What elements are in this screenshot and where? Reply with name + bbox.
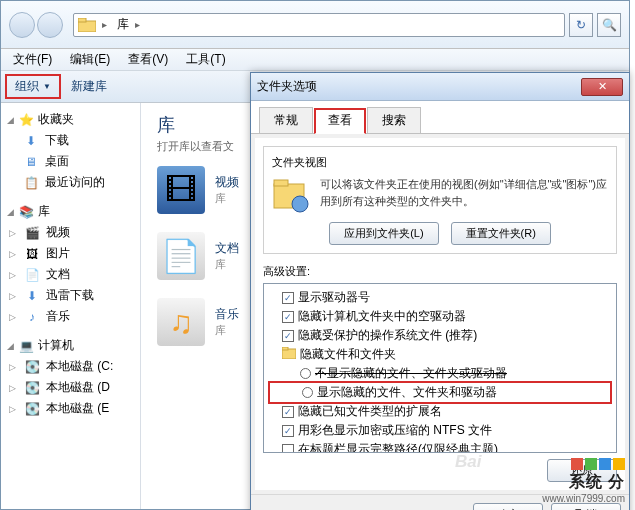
document-icon: 📄 [24, 267, 40, 283]
back-button[interactable] [9, 12, 35, 38]
tab-strip: 常规 查看 搜索 [251, 101, 629, 134]
svg-rect-3 [274, 180, 288, 186]
menu-view[interactable]: 查看(V) [120, 49, 176, 70]
tree-item-label: 隐藏受保护的操作系统文件 (推荐) [298, 327, 477, 344]
disk-icon: 💽 [24, 359, 40, 375]
tree-item-label: 不显示隐藏的文件、文件夹或驱动器 [315, 365, 507, 382]
music-icon: ♪ [24, 309, 40, 325]
pictures-item[interactable]: ▷🖼图片 [3, 243, 138, 264]
downloads-item[interactable]: ⬇下载 [3, 130, 138, 151]
addr-sep: ▸ [102, 19, 107, 30]
computer-head[interactable]: ◢💻计算机 [3, 335, 138, 356]
watermark-brand: 系统 分 [542, 472, 625, 493]
videos-lib-icon: 🎞 [157, 166, 205, 214]
refresh-button[interactable]: ↻ [569, 13, 593, 37]
disk-icon: 💽 [24, 401, 40, 417]
documents-item[interactable]: ▷📄文档 [3, 264, 138, 285]
nav-buttons [9, 12, 63, 38]
recent-item[interactable]: 📋最近访问的 [3, 172, 138, 193]
advanced-settings-tree[interactable]: ✓显示驱动器号✓隐藏计算机文件夹中的空驱动器✓隐藏受保护的操作系统文件 (推荐)… [263, 283, 617, 453]
tree-item-label: 用彩色显示加密或压缩的 NTFS 文件 [298, 422, 492, 439]
reset-folders-button[interactable]: 重置文件夹(R) [451, 222, 551, 245]
menu-tools[interactable]: 工具(T) [178, 49, 233, 70]
computer-icon: 💻 [18, 338, 34, 354]
title-bar: ▸ 库 ▸ ↻ 🔍 [1, 1, 629, 49]
tree-item[interactable]: ✓隐藏受保护的操作系统文件 (推荐) [268, 326, 612, 345]
watermark-url: www.win7999.com [542, 493, 625, 504]
tree-item-label: 显示隐藏的文件、文件夹和驱动器 [317, 384, 497, 401]
tree-item-label: 隐藏已知文件类型的扩展名 [298, 403, 442, 420]
tree-item[interactable]: 隐藏文件和文件夹 [268, 345, 612, 364]
folder-view-icon [272, 176, 310, 214]
folder-icon [78, 18, 96, 32]
tab-general[interactable]: 常规 [259, 107, 313, 133]
disk-d-item[interactable]: ▷💽本地磁盘 (D [3, 377, 138, 398]
ok-button[interactable]: 确定 [473, 503, 543, 510]
xunlei-item[interactable]: ▷⬇迅雷下载 [3, 285, 138, 306]
dialog-title: 文件夹选项 [257, 78, 317, 95]
music-item[interactable]: ▷♪音乐 [3, 306, 138, 327]
tab-view[interactable]: 查看 [314, 108, 366, 134]
menu-file[interactable]: 文件(F) [5, 49, 60, 70]
disk-c-item[interactable]: ▷💽本地磁盘 (C: [3, 356, 138, 377]
menu-edit[interactable]: 编辑(E) [62, 49, 118, 70]
tree-item[interactable]: ✓显示驱动器号 [268, 288, 612, 307]
tree-item-label: 隐藏文件和文件夹 [300, 346, 396, 363]
sidebar: ◢⭐收藏夹 ⬇下载 🖥桌面 📋最近访问的 ◢📚库 ▷🎬视频 ▷🖼图片 ▷📄文档 … [1, 103, 141, 509]
advanced-label: 高级设置: [263, 264, 617, 279]
desktop-icon: 🖥 [23, 154, 39, 170]
star-icon: ⭐ [18, 112, 34, 128]
tree-item[interactable]: ✓隐藏已知文件类型的扩展名 [268, 402, 612, 421]
svg-rect-0 [78, 21, 96, 32]
folder-view-desc: 可以将该文件夹正在使用的视图(例如"详细信息"或"图标")应用到所有这种类型的文… [320, 176, 608, 209]
tree-item[interactable]: ✓隐藏计算机文件夹中的空驱动器 [268, 307, 612, 326]
checkbox-icon: ✓ [282, 292, 294, 304]
close-button[interactable]: ✕ [581, 78, 623, 96]
video-icon: 🎬 [24, 225, 40, 241]
disk-e-item[interactable]: ▷💽本地磁盘 (E [3, 398, 138, 419]
search-toggle[interactable]: 🔍 [597, 13, 621, 37]
folder-view-group: 文件夹视图 可以将该文件夹正在使用的视图(例如"详细信息"或"图标")应用到所有… [263, 146, 617, 254]
tree-item[interactable]: 在标题栏显示完整路径(仅限经典主题) [268, 440, 612, 453]
dialog-body: 文件夹视图 可以将该文件夹正在使用的视图(例如"详细信息"或"图标")应用到所有… [255, 138, 625, 490]
addr-sep2: ▸ [135, 19, 140, 30]
desktop-item[interactable]: 🖥桌面 [3, 151, 138, 172]
library-icon: 📚 [18, 204, 34, 220]
svg-rect-1 [78, 18, 86, 22]
tab-search[interactable]: 搜索 [367, 107, 421, 133]
videos-item[interactable]: ▷🎬视频 [3, 222, 138, 243]
site-watermark: 系统 分 www.win7999.com [542, 458, 625, 504]
svg-rect-6 [282, 347, 288, 350]
svg-point-4 [292, 196, 308, 212]
forward-button[interactable] [37, 12, 63, 38]
tree-item[interactable]: ✓用彩色显示加密或压缩的 NTFS 文件 [268, 421, 612, 440]
favorites-head[interactable]: ◢⭐收藏夹 [3, 109, 138, 130]
tree-item[interactable]: 显示隐藏的文件、文件夹和驱动器 [268, 381, 612, 404]
picture-icon: 🖼 [24, 246, 40, 262]
address-bar[interactable]: ▸ 库 ▸ [73, 13, 565, 37]
checkbox-icon [282, 444, 294, 454]
xunlei-icon: ⬇ [24, 288, 40, 304]
apply-to-folders-button[interactable]: 应用到文件夹(L) [329, 222, 438, 245]
checkbox-icon: ✓ [282, 311, 294, 323]
organize-button[interactable]: 组织 ▼ [5, 74, 61, 99]
folder-options-dialog: 文件夹选项 ✕ 常规 查看 搜索 文件夹视图 可以将该文件夹正在使用的视图(例如… [250, 72, 630, 510]
baidu-watermark: Bai [455, 452, 481, 472]
disk-icon: 💽 [24, 380, 40, 396]
documents-lib-icon: 📄 [157, 232, 205, 280]
recent-icon: 📋 [23, 175, 39, 191]
libraries-head[interactable]: ◢📚库 [3, 201, 138, 222]
cancel-button[interactable]: 取消 [551, 503, 621, 510]
new-library-button[interactable]: 新建库 [61, 74, 117, 99]
download-icon: ⬇ [23, 133, 39, 149]
address-text: 库 [117, 16, 129, 33]
radio-icon [302, 387, 313, 398]
radio-icon [300, 368, 311, 379]
menu-bar: 文件(F) 编辑(E) 查看(V) 工具(T) [1, 49, 629, 71]
music-lib-icon: ♫ [157, 298, 205, 346]
folder-icon [282, 347, 296, 362]
folder-view-legend: 文件夹视图 [272, 155, 608, 170]
dialog-title-bar[interactable]: 文件夹选项 ✕ [251, 73, 629, 101]
checkbox-icon: ✓ [282, 330, 294, 342]
watermark-logo [542, 458, 625, 470]
